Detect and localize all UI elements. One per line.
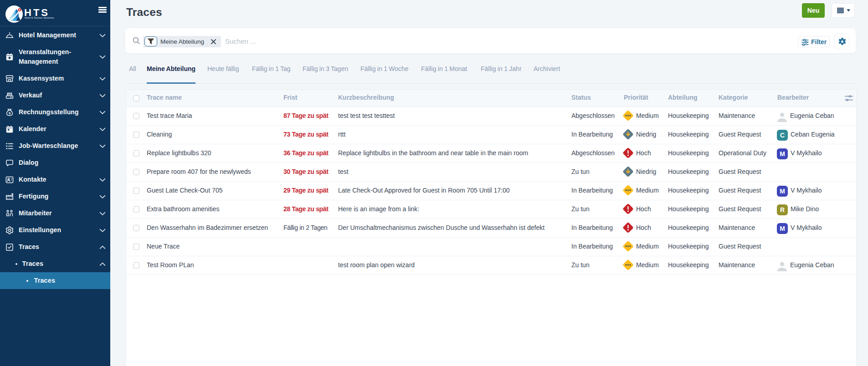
svg-text:$: $ [9,111,11,115]
